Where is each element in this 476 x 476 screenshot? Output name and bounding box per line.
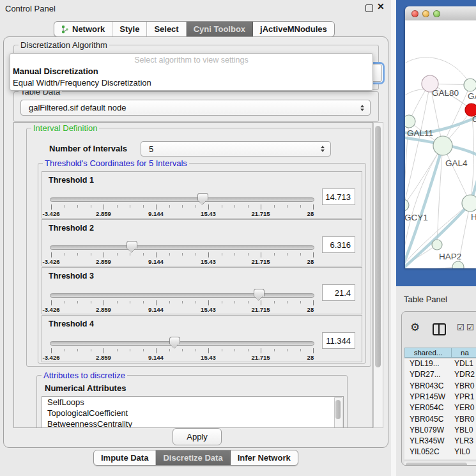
tick-mark — [208, 204, 209, 210]
threshold-2-panel: Threshold 2 -3.426 2.859 9.144 15.43 — [42, 219, 362, 266]
node-hap2[interactable] — [432, 240, 442, 250]
column-header-name[interactable]: na — [451, 348, 476, 358]
thresholds-group: Threshold's Coordinates for 5 Intervals … — [38, 163, 366, 364]
tab-infer-network[interactable]: Infer Network — [231, 450, 298, 465]
list-scrollbar[interactable] — [334, 397, 342, 428]
checkbox-icon[interactable]: ☑ — [466, 323, 474, 332]
table-row[interactable]: YDL19...YDL1 — [404, 359, 476, 370]
tick-mark — [196, 301, 196, 303]
threshold-4-panel: Threshold 4 -3.426 2.859 9.144 15.43 — [42, 315, 362, 362]
tick-mark — [143, 253, 144, 256]
network-icon — [61, 25, 69, 34]
tick-mark — [313, 204, 314, 210]
tab-network[interactable]: Network — [54, 22, 112, 36]
threshold-1-label: Threshold 1 — [49, 176, 94, 185]
table-horizontal-scrollbar[interactable] — [404, 461, 476, 466]
checkbox-icon[interactable]: ☑ — [457, 323, 464, 332]
threshold-2-label: Threshold 2 — [49, 224, 94, 233]
tick-mark — [248, 205, 249, 208]
table-row[interactable]: YPR145WYPR1 — [404, 392, 476, 403]
network-canvas[interactable]: GAL80 GA C GAL11 GAL4 GCY1 H HAP2 — [405, 20, 476, 268]
threshold-3-slider[interactable]: -3.426 2.859 9.144 15.43 21.715 28 — [50, 289, 314, 312]
node-label: HAP2 — [439, 252, 461, 261]
tab-impute-data[interactable]: Impute Data — [94, 450, 156, 465]
table-row[interactable]: YBR045CYBR0 — [404, 415, 476, 426]
network-window-titlebar[interactable] — [405, 6, 476, 21]
tick-mark — [130, 301, 130, 303]
tick-mark — [169, 349, 170, 351]
slider-thumb[interactable] — [169, 337, 180, 344]
table-row[interactable]: YIL052CYIL0 — [404, 447, 476, 458]
node-gal11[interactable] — [405, 115, 415, 128]
table-row[interactable]: YLR345WYLR3 — [404, 436, 476, 447]
tab-jactivemnodules[interactable]: jActiveMNodules — [253, 22, 334, 36]
node-label: GAL80 — [432, 88, 459, 98]
tick-mark — [117, 301, 118, 303]
list-item[interactable]: SelfLoops — [42, 397, 343, 408]
threshold-4-slider[interactable]: -3.426 2.859 9.144 15.43 21.715 28 — [50, 337, 314, 360]
column-header-shared[interactable]: shared... — [404, 348, 452, 358]
numerical-attributes-list: SelfLoops TopologicalCoefficient Between… — [42, 396, 344, 428]
list-item[interactable]: TopologicalCoefficient — [42, 408, 343, 418]
tab-cyni-toolbox[interactable]: Cyni Toolbox — [187, 22, 253, 36]
settings-scroll-viewport: Interval Definition Number of Intervals … — [13, 122, 373, 428]
tab-style[interactable]: Style — [112, 22, 147, 36]
table-panel: Table Panel ⚙ ☑ ☑ shared... na YDL19...Y… — [396, 286, 476, 476]
tick-mark — [313, 252, 314, 257]
node-gcy1[interactable] — [405, 199, 409, 211]
tick-mark — [91, 205, 91, 208]
table-row[interactable]: YER054CYER0 — [404, 403, 476, 414]
tick-mark — [130, 253, 130, 256]
tick-mark — [77, 301, 78, 303]
threshold-3-label: Threshold 3 — [49, 272, 94, 280]
threshold-1-value-field[interactable]: 14.713 — [322, 188, 355, 205]
list-item[interactable]: BetweennessCentrality — [42, 418, 343, 428]
tick-mark — [182, 349, 183, 351]
zoom-window-icon[interactable] — [433, 10, 440, 17]
columns-icon[interactable] — [433, 323, 446, 335]
tick-mark — [169, 253, 170, 256]
slider-thumb[interactable] — [197, 193, 208, 201]
tick-mark — [287, 253, 288, 256]
tick-mark — [130, 205, 130, 208]
slider-thumb[interactable] — [254, 289, 265, 296]
network-desktop: GAL80 GA C GAL11 GAL4 GCY1 H HAP2 — [396, 0, 476, 286]
node-gal4[interactable] — [433, 136, 452, 155]
slider-thumb[interactable] — [127, 241, 137, 249]
node-partial-bottom[interactable] — [452, 261, 464, 268]
tick-mark — [248, 349, 249, 351]
tick-mark — [234, 349, 235, 351]
tab-discretize-data[interactable]: Discretize Data — [156, 450, 230, 465]
attributes-group-label: Attributes to discretize — [42, 371, 127, 380]
minimize-window-icon[interactable] — [422, 10, 429, 17]
tab-select[interactable]: Select — [147, 22, 186, 36]
node-partial-top-right[interactable] — [464, 79, 476, 91]
node-partial-right[interactable] — [462, 195, 476, 211]
float-panel-icon[interactable] — [365, 4, 373, 12]
number-of-intervals-combo[interactable]: 5 — [141, 141, 331, 157]
tick-mark — [182, 205, 183, 208]
close-panel-icon[interactable]: ✕ — [377, 1, 385, 12]
table-data-combo[interactable]: galFiltered.sif default node — [20, 100, 371, 116]
settings-scrollbar[interactable] — [373, 122, 383, 428]
table-row[interactable]: YBL079WYBL0 — [404, 426, 476, 436]
threshold-1-slider[interactable]: -3.426 2.859 9.144 15.43 21.715 28 — [50, 194, 314, 217]
threshold-2-value-field[interactable]: 6.316 — [322, 236, 355, 253]
tick-mark — [117, 349, 118, 351]
tick-mark — [77, 349, 78, 351]
table-row[interactable]: YBR043CYBR0 — [404, 381, 476, 392]
dropdown-option-manual[interactable]: Manual Discretization — [13, 66, 98, 76]
tick-mark — [91, 301, 91, 303]
dropdown-option-equal-width[interactable]: Equal Width/Frequency Discretization — [13, 78, 151, 88]
combo-stepper-icon — [321, 146, 325, 152]
threshold-2-slider[interactable]: -3.426 2.859 9.144 15.43 21.715 28 — [50, 242, 314, 265]
gear-icon[interactable]: ⚙ — [410, 321, 420, 334]
table-row[interactable]: YDR27...YDR2 — [404, 370, 476, 381]
threshold-3-value-field[interactable]: 21.4 — [322, 284, 355, 301]
apply-button[interactable]: Apply — [173, 428, 222, 445]
threshold-4-value-field[interactable]: 11.344 — [322, 332, 355, 349]
close-window-icon[interactable] — [411, 10, 418, 17]
tick-mark — [91, 253, 91, 256]
interval-definition-label: Interval Definition — [31, 123, 99, 133]
tick-mark — [222, 205, 222, 208]
